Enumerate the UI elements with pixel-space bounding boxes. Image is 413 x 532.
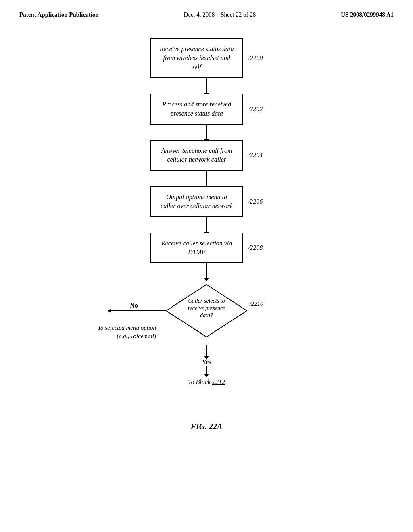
block-2208: Receive caller selection via DTMF — [150, 233, 243, 264]
block-2206: Output options menu to caller over cellu… — [150, 186, 243, 217]
block-2204: Answer telephone call from cellular netw… — [150, 140, 243, 171]
block-2206-text: Output options menu to caller over cellu… — [161, 193, 233, 209]
block-2200-label: ∕2200 — [249, 55, 263, 62]
diamond-section: To selected menu option (e.g., voicemail… — [86, 278, 327, 386]
block-2204-label: ∕2204 — [249, 152, 263, 159]
figure-caption-text: FIG. 22A — [191, 422, 223, 431]
yes-line-2 — [206, 366, 207, 374]
diamond-text-line3: data? — [200, 312, 213, 318]
publication-date: Dec. 4, 2008 — [184, 11, 215, 18]
to-block-label: To Block 2212 — [188, 378, 225, 386]
figure-caption: FIG. 22A — [0, 422, 413, 431]
flowchart-area: Receive presence status data from wirele… — [0, 38, 413, 410]
block-2204-row: Answer telephone call from cellular netw… — [150, 140, 263, 171]
diamond-svg: Caller selects to receive presence data?… — [86, 278, 327, 343]
block-2202-text: Process and store received presence stat… — [162, 101, 231, 116]
no-label: No — [130, 302, 138, 309]
to-block-number: 2212 — [212, 378, 225, 385]
no-arrowhead — [108, 309, 111, 313]
diamond-container: Caller selects to receive presence data?… — [86, 278, 327, 345]
connector-5 — [206, 263, 207, 278]
publication-title: Patent Application Publication — [19, 11, 99, 18]
diamond-text-line2: receive presence — [188, 305, 225, 311]
connector-3 — [206, 171, 207, 186]
block-2202-row: Process and store received presence stat… — [150, 94, 263, 125]
yes-arrowhead-2 — [204, 374, 209, 377]
yes-arrowhead — [204, 356, 209, 360]
block-2208-row: Receive caller selection via DTMF ∕2208 — [150, 233, 263, 264]
connector-2 — [206, 125, 207, 140]
connector-1 — [206, 78, 207, 94]
block-2206-label: ∕2206 — [249, 198, 263, 205]
connector-4 — [206, 217, 207, 233]
block-2200-text: Receive presence status data from wirele… — [160, 46, 234, 71]
diamond-text-line1: Caller selects to — [188, 298, 225, 304]
patent-number: US 2008/0299948 A1 — [341, 11, 394, 18]
diamond-id-label: ∕2210 — [249, 301, 263, 307]
page-header: Patent Application Publication Dec. 4, 2… — [0, 0, 413, 18]
block-2200: Receive presence status data from wirele… — [150, 38, 243, 78]
block-2202-label: ∕2202 — [249, 106, 263, 113]
yes-line — [206, 345, 207, 357]
block-2200-row: Receive presence status data from wirele… — [150, 38, 263, 78]
block-2208-text: Receive caller selection via DTMF — [161, 240, 232, 256]
block-2208-label: ∕2208 — [249, 244, 263, 251]
block-2204-text: Answer telephone call from cellular netw… — [161, 147, 232, 163]
block-2202: Process and store received presence stat… — [150, 94, 243, 125]
sheet-info: Sheet 22 of 28 — [221, 11, 256, 18]
header-center: Dec. 4, 2008 Sheet 22 of 28 — [184, 11, 256, 18]
yes-branch: Yes To Block 2212 — [188, 345, 225, 386]
block-2206-row: Output options menu to caller over cellu… — [150, 186, 263, 217]
